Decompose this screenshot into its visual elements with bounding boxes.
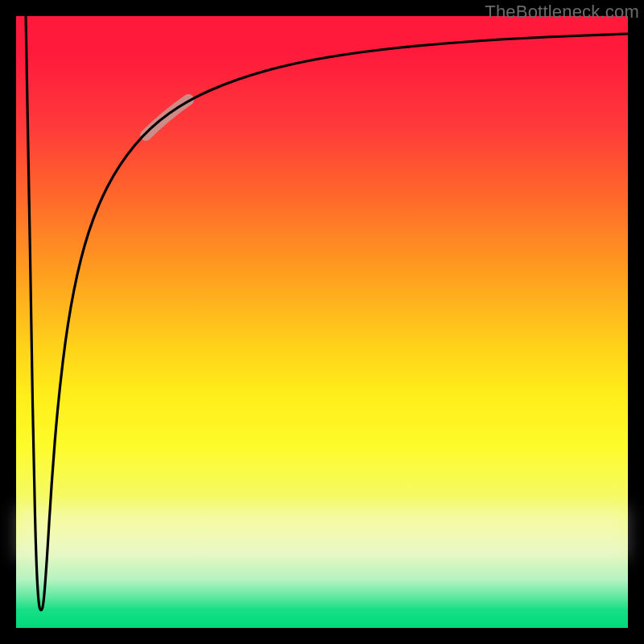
curve-layer bbox=[16, 16, 628, 628]
chart-frame: TheBottleneck.com bbox=[0, 0, 644, 644]
curve-main bbox=[26, 16, 628, 610]
attribution-label: TheBottleneck.com bbox=[485, 2, 639, 23]
